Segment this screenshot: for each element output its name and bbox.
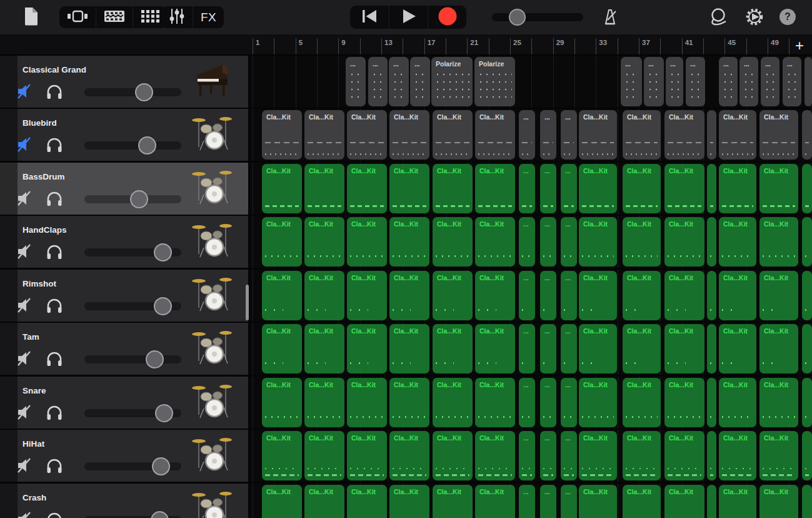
region[interactable]: Cla...Kit [623,110,661,160]
region[interactable] [707,431,716,480]
region[interactable]: Cla...Kit [304,110,344,160]
region[interactable] [707,324,716,373]
region[interactable]: Cla...Kit [759,431,798,480]
region[interactable]: Cla...Kit [389,217,429,267]
region[interactable]: Cla...Kit [759,485,798,518]
region[interactable]: ... [719,57,738,106]
solo-headphones-button[interactable] [45,243,65,262]
region[interactable]: Cla...Kit [262,378,302,427]
track-volume-slider[interactable] [84,195,181,203]
region[interactable] [802,217,812,267]
metronome-button[interactable] [601,8,619,28]
region[interactable] [707,485,716,518]
track-volume-slider[interactable] [84,248,181,256]
region[interactable]: ... [561,271,577,320]
region[interactable]: Cla...Kit [759,217,798,267]
master-volume-slider[interactable] [492,13,583,21]
track-volume-slider[interactable] [84,88,181,96]
region[interactable]: Cla...Kit [389,431,429,480]
region[interactable]: Cla...Kit [347,431,387,480]
track-volume-thumb[interactable] [146,350,164,368]
region[interactable]: Cla...Kit [664,164,704,213]
region[interactable]: Cla...Kit [304,164,344,213]
region[interactable]: ... [389,57,409,106]
region[interactable]: ... [561,217,577,267]
mute-button[interactable] [16,510,36,518]
region[interactable]: ... [761,57,779,106]
region[interactable]: Cla...Kit [579,271,617,320]
region[interactable]: Cla...Kit [759,324,798,373]
region[interactable]: Cla...Kit [347,485,387,518]
region[interactable]: Cla...Kit [719,378,756,427]
region[interactable] [802,324,812,373]
region[interactable]: Polarize [474,57,515,106]
track-header[interactable]: BassDrum [0,163,248,215]
track-header[interactable]: HiHat [0,430,248,482]
help-button[interactable]: ? [779,9,796,25]
region[interactable]: Cla...Kit [759,110,798,160]
region[interactable]: Cla...Kit [759,271,798,320]
region[interactable]: ... [346,57,366,106]
solo-headphones-button[interactable] [45,510,65,518]
region[interactable]: Cla...Kit [262,485,302,518]
region[interactable]: ... [561,431,577,480]
region[interactable]: ... [561,164,577,213]
region[interactable]: ... [561,324,577,373]
region[interactable]: ... [519,324,535,373]
region[interactable]: Cla...Kit [347,378,387,427]
region[interactable]: ... [644,57,664,106]
track-header[interactable]: Snare [0,377,248,429]
region[interactable]: Cla...Kit [433,431,473,480]
region[interactable]: ... [540,324,556,373]
region[interactable]: ... [519,110,535,160]
region[interactable]: Cla...Kit [623,324,661,373]
region[interactable]: Cla...Kit [664,485,704,518]
fx-button[interactable]: FX [193,6,224,28]
region[interactable]: Cla...Kit [579,378,617,427]
region[interactable]: ... [519,271,535,320]
region[interactable]: Cla...Kit [389,271,429,320]
track-header[interactable]: HandClaps [0,216,248,268]
region[interactable]: ... [540,217,556,267]
region[interactable]: Cla...Kit [719,324,756,373]
add-bars-button[interactable]: + [789,36,810,55]
region[interactable]: Cla...Kit [304,431,344,480]
region[interactable]: Cla...Kit [623,271,661,320]
region[interactable]: Cla...Kit [475,324,515,373]
region[interactable]: Cla...Kit [433,164,473,213]
region[interactable]: Cla...Kit [579,217,617,267]
region[interactable]: ... [519,164,535,213]
region[interactable]: ... [783,57,801,106]
track-volume-thumb[interactable] [152,457,170,475]
track-volume-slider[interactable] [84,409,181,417]
region[interactable] [804,57,812,106]
region[interactable]: Cla...Kit [304,324,344,373]
region[interactable]: Cla...Kit [579,324,617,373]
track-volume-thumb[interactable] [155,404,173,422]
region[interactable]: ... [368,57,388,106]
track-volume-slider[interactable] [84,516,181,518]
mute-button[interactable] [16,404,36,423]
region[interactable]: Cla...Kit [347,217,387,267]
track-header[interactable]: Tam [0,323,248,375]
region[interactable]: ... [519,485,535,518]
region[interactable]: Cla...Kit [262,110,302,160]
region[interactable]: ... [561,485,577,518]
region[interactable]: Cla...Kit [664,378,704,427]
region[interactable]: Cla...Kit [759,164,798,213]
region[interactable]: Cla...Kit [475,485,515,518]
region[interactable]: Cla...Kit [389,110,429,160]
settings-button[interactable] [744,7,764,29]
region[interactable]: Cla...Kit [262,431,302,480]
track-volume-thumb[interactable] [135,83,153,101]
region[interactable]: Cla...Kit [433,378,473,427]
master-volume-thumb[interactable] [509,9,526,26]
region[interactable]: Cla...Kit [623,485,661,518]
track-volume-thumb[interactable] [130,190,148,208]
region[interactable]: Cla...Kit [262,271,302,320]
region[interactable]: Cla...Kit [433,110,473,160]
region[interactable]: Cla...Kit [347,324,387,373]
region[interactable]: Cla...Kit [579,164,617,213]
vertical-scrollbar[interactable] [246,285,249,320]
mute-button[interactable] [16,243,36,262]
